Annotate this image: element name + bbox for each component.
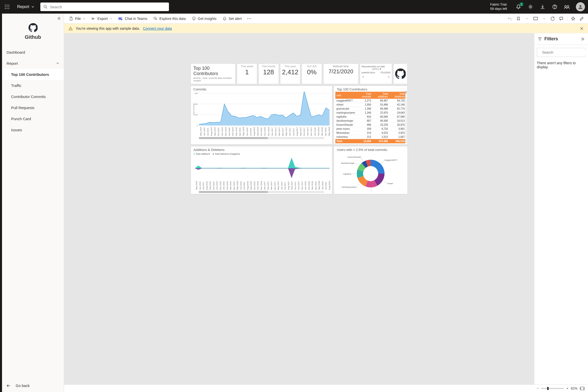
- table-row[interactable]: mshenhav2121,5131,067: [335, 135, 406, 139]
- favorite-icon[interactable]: [569, 15, 577, 22]
- zoom-slider[interactable]: [541, 388, 564, 389]
- search-input[interactable]: [50, 5, 166, 9]
- svg-line-45: [384, 181, 387, 183]
- svg-line-37: [355, 163, 358, 166]
- connect-data-link[interactable]: Connect your data: [143, 26, 172, 30]
- more-options-icon[interactable]: [245, 15, 253, 22]
- chart-scroll[interactable]: [199, 137, 324, 139]
- svg-point-20: [154, 17, 156, 19]
- svg-point-22: [249, 18, 249, 19]
- chevron-down-icon[interactable]: [523, 15, 531, 22]
- chart-scroll[interactable]: [199, 191, 324, 193]
- svg-point-0: [5, 5, 6, 5]
- nav-punch-card[interactable]: Punch Card: [2, 113, 64, 124]
- svg-point-3: [5, 6, 6, 7]
- arrow-left-icon: [7, 384, 11, 388]
- feedback-icon[interactable]: [564, 4, 570, 10]
- table-row[interactable]: mihart1,55053,49842,148: [335, 103, 406, 107]
- explore-button[interactable]: Explore this data: [151, 14, 188, 23]
- chevron-down-icon[interactable]: [540, 15, 548, 22]
- table-row[interactable]: maggiesMSFT2,27366,96754,720: [335, 99, 406, 103]
- insights-button[interactable]: Get insights: [189, 14, 219, 23]
- no-filters-text: There aren't any filters to display.: [534, 60, 588, 70]
- svg-rect-51: [580, 387, 584, 390]
- svg-point-13: [554, 8, 555, 8]
- zoom-in-button[interactable]: +: [566, 386, 568, 390]
- chat-teams-button[interactable]: T Chat in Teams: [116, 14, 150, 23]
- alert-button[interactable]: Set alert: [220, 14, 244, 23]
- nav-traffic[interactable]: Traffic: [2, 80, 64, 91]
- undo-icon[interactable]: [506, 15, 514, 22]
- svg-text:mgblythe: mgblythe: [343, 173, 351, 175]
- close-banner-icon[interactable]: [580, 27, 583, 30]
- svg-text:Total commits: Total commits: [193, 103, 195, 116]
- nav-contributor-commits[interactable]: Contributor Commits: [2, 91, 64, 102]
- nav-dashboard[interactable]: Dashboard: [2, 47, 64, 58]
- svg-text:maggiesMSFT: maggiesMSFT: [384, 159, 397, 161]
- github-logo-icon: [28, 23, 38, 32]
- app-launcher-icon[interactable]: [3, 3, 11, 11]
- bookmark-icon[interactable]: [515, 15, 522, 22]
- prev-icon[interactable]: ◄: [362, 75, 364, 78]
- teams-icon: T: [118, 16, 123, 21]
- table-row[interactable]: davidiseminger80745,93016,513: [335, 119, 406, 123]
- export-menu[interactable]: Export: [89, 14, 115, 23]
- edit-icon[interactable]: [578, 15, 585, 22]
- zoom-value: 62%: [571, 386, 577, 390]
- svg-text:600: 600: [195, 92, 198, 94]
- global-search[interactable]: [40, 3, 169, 11]
- expand-filters-icon[interactable]: [581, 37, 584, 41]
- view-icon[interactable]: [532, 15, 539, 22]
- zoom-out-button[interactable]: −: [537, 386, 539, 390]
- table-row[interactable]: mgblythe91060,56967,588: [335, 115, 406, 119]
- chevron-down-icon: [83, 17, 85, 20]
- table-row[interactable]: guyinacube1,29089,38882,774: [335, 107, 406, 111]
- nav-top-contributors[interactable]: Top 100 Contributors: [2, 69, 64, 80]
- metric-month[interactable]: This month128: [258, 63, 279, 84]
- svg-text:guyinacube: guyinacube: [372, 192, 382, 192]
- table-row[interactable]: KesemSharabi49623,22920,970: [335, 123, 406, 127]
- svg-point-7: [7, 8, 7, 9]
- filters-title: Filters: [544, 36, 558, 42]
- help-icon[interactable]: [552, 4, 558, 10]
- filter-search-input[interactable]: [542, 50, 586, 54]
- repository-slicer[interactable]: Repositorylast run date (UTC) ▼ powerbi-…: [360, 63, 392, 84]
- svg-text:200: 200: [195, 114, 198, 116]
- top-app-bar: Report Fabric Trial: 59 days left 2: [0, 0, 588, 14]
- table-scroll[interactable]: [405, 91, 407, 143]
- settings-icon[interactable]: [527, 4, 534, 10]
- nav-pull-requests[interactable]: Pull Requests: [2, 102, 64, 113]
- download-icon[interactable]: [540, 4, 546, 10]
- notifications-icon[interactable]: 2: [515, 4, 521, 10]
- commits-chart[interactable]: Commits 0200400600Total commits May-2015…: [191, 86, 332, 145]
- go-back-button[interactable]: Go back: [2, 379, 64, 392]
- metric-yoy[interactable]: YoY Δ%0%: [302, 63, 322, 84]
- trial-status[interactable]: Fabric Trial: 59 days left: [490, 3, 507, 11]
- svg-line-10: [46, 8, 47, 9]
- metric-year[interactable]: This year2,412: [280, 63, 301, 84]
- comment-icon[interactable]: [557, 15, 565, 22]
- contributors-table[interactable]: Top 100 Contributors user Total commits …: [334, 86, 407, 145]
- table-row[interactable]: peter-myers3399,7163,991: [335, 127, 406, 131]
- file-menu[interactable]: File: [67, 14, 88, 23]
- donut-chart[interactable]: Users with > 2.5% of total commits Kesem…: [334, 146, 408, 194]
- adddel-area-chart: [192, 156, 331, 181]
- user-avatar[interactable]: [576, 2, 585, 11]
- refresh-card[interactable]: Refresh time7/21/2020: [323, 63, 359, 84]
- svg-point-8: [8, 8, 9, 9]
- refresh-icon[interactable]: [549, 15, 556, 22]
- filter-search[interactable]: [537, 48, 585, 57]
- table-row[interactable]: Minewiskan2144,5232,923: [335, 131, 406, 135]
- report-canvas[interactable]: Top 100 Contributors all time - Note: co…: [64, 33, 534, 384]
- workspace-dropdown[interactable]: Report: [15, 5, 36, 9]
- fit-page-icon[interactable]: [580, 387, 584, 390]
- next-icon[interactable]: ►: [388, 75, 390, 78]
- header-title-card[interactable]: Top 100 Contributors all time - Note: co…: [191, 63, 236, 84]
- metric-week[interactable]: This week1: [237, 63, 257, 84]
- additions-deletions-chart[interactable]: Additions & Deletions Total additionsTot…: [191, 146, 332, 194]
- table-row[interactable]: markingmyname1,24022,87519,643: [335, 111, 406, 115]
- nav-report[interactable]: Report: [2, 58, 64, 69]
- nav-issues[interactable]: Issues: [2, 124, 64, 135]
- collapse-sidebar-icon[interactable]: [57, 17, 61, 20]
- warning-icon: [69, 26, 73, 30]
